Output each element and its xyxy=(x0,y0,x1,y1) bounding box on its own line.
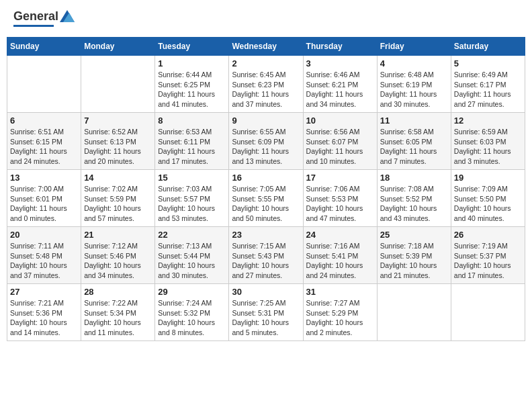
day-info: Sunrise: 6:58 AM Sunset: 6:05 PM Dayligh… xyxy=(380,127,448,167)
calendar-cell: 24Sunrise: 7:16 AM Sunset: 5:41 PM Dayli… xyxy=(303,227,377,284)
weekday-header-wednesday: Wednesday xyxy=(229,38,303,56)
day-info: Sunrise: 6:45 AM Sunset: 6:23 PM Dayligh… xyxy=(232,70,300,109)
day-info: Sunrise: 6:44 AM Sunset: 6:25 PM Dayligh… xyxy=(158,70,226,109)
calendar-cell xyxy=(7,56,81,113)
logo-text-general: General xyxy=(13,10,58,24)
day-number: 9 xyxy=(232,116,300,126)
calendar-cell: 4Sunrise: 6:48 AM Sunset: 6:19 PM Daylig… xyxy=(377,56,451,113)
day-info: Sunrise: 7:11 AM Sunset: 5:48 PM Dayligh… xyxy=(10,241,78,281)
day-info: Sunrise: 6:56 AM Sunset: 6:07 PM Dayligh… xyxy=(306,127,374,167)
weekday-header-friday: Friday xyxy=(377,38,451,56)
weekday-header-sunday: Sunday xyxy=(7,38,81,56)
calendar-cell: 6Sunrise: 6:51 AM Sunset: 6:15 PM Daylig… xyxy=(7,113,81,170)
day-info: Sunrise: 6:48 AM Sunset: 6:19 PM Dayligh… xyxy=(380,70,448,109)
calendar-cell: 25Sunrise: 7:18 AM Sunset: 5:39 PM Dayli… xyxy=(377,227,451,284)
calendar-cell: 16Sunrise: 7:05 AM Sunset: 5:55 PM Dayli… xyxy=(229,170,303,227)
day-info: Sunrise: 7:24 AM Sunset: 5:32 PM Dayligh… xyxy=(158,298,226,338)
calendar-cell: 11Sunrise: 6:58 AM Sunset: 6:05 PM Dayli… xyxy=(377,113,451,170)
calendar-week-row: 27Sunrise: 7:21 AM Sunset: 5:36 PM Dayli… xyxy=(7,284,525,341)
calendar-cell xyxy=(451,284,525,341)
day-info: Sunrise: 6:51 AM Sunset: 6:15 PM Dayligh… xyxy=(10,127,78,167)
day-number: 14 xyxy=(84,173,152,183)
calendar-cell: 18Sunrise: 7:08 AM Sunset: 5:52 PM Dayli… xyxy=(377,170,451,227)
calendar-cell: 28Sunrise: 7:22 AM Sunset: 5:34 PM Dayli… xyxy=(81,284,155,341)
day-number: 1 xyxy=(158,58,226,68)
day-number: 25 xyxy=(380,230,448,240)
calendar-cell: 26Sunrise: 7:19 AM Sunset: 5:37 PM Dayli… xyxy=(451,227,525,284)
day-number: 31 xyxy=(306,287,374,297)
day-info: Sunrise: 7:15 AM Sunset: 5:43 PM Dayligh… xyxy=(232,241,300,281)
calendar-cell: 15Sunrise: 7:03 AM Sunset: 5:57 PM Dayli… xyxy=(155,170,229,227)
day-info: Sunrise: 7:22 AM Sunset: 5:34 PM Dayligh… xyxy=(84,298,152,338)
calendar-cell: 23Sunrise: 7:15 AM Sunset: 5:43 PM Dayli… xyxy=(229,227,303,284)
day-number: 22 xyxy=(158,230,226,240)
day-number: 27 xyxy=(10,287,78,297)
day-number: 13 xyxy=(10,173,78,183)
day-number: 17 xyxy=(306,173,374,183)
calendar-cell: 13Sunrise: 7:00 AM Sunset: 6:01 PM Dayli… xyxy=(7,170,81,227)
calendar-cell: 9Sunrise: 6:55 AM Sunset: 6:09 PM Daylig… xyxy=(229,113,303,170)
calendar-cell: 8Sunrise: 6:53 AM Sunset: 6:11 PM Daylig… xyxy=(155,113,229,170)
calendar-cell: 31Sunrise: 7:27 AM Sunset: 5:29 PM Dayli… xyxy=(303,284,377,341)
calendar-cell: 5Sunrise: 6:49 AM Sunset: 6:17 PM Daylig… xyxy=(451,56,525,113)
calendar-cell xyxy=(377,284,451,341)
day-number: 30 xyxy=(232,287,300,297)
day-number: 15 xyxy=(158,173,226,183)
day-number: 7 xyxy=(84,116,152,126)
day-info: Sunrise: 7:06 AM Sunset: 5:53 PM Dayligh… xyxy=(306,184,374,224)
day-number: 5 xyxy=(454,58,522,68)
day-info: Sunrise: 7:02 AM Sunset: 5:59 PM Dayligh… xyxy=(84,184,152,224)
day-info: Sunrise: 6:52 AM Sunset: 6:13 PM Dayligh… xyxy=(84,127,152,167)
day-number: 3 xyxy=(306,58,374,68)
calendar-week-row: 20Sunrise: 7:11 AM Sunset: 5:48 PM Dayli… xyxy=(7,227,525,284)
day-info: Sunrise: 7:05 AM Sunset: 5:55 PM Dayligh… xyxy=(232,184,300,224)
day-number: 16 xyxy=(232,173,300,183)
day-number: 29 xyxy=(158,287,226,297)
calendar-week-row: 1Sunrise: 6:44 AM Sunset: 6:25 PM Daylig… xyxy=(7,56,525,113)
calendar-cell: 19Sunrise: 7:09 AM Sunset: 5:50 PM Dayli… xyxy=(451,170,525,227)
calendar-cell: 22Sunrise: 7:13 AM Sunset: 5:44 PM Dayli… xyxy=(155,227,229,284)
day-number: 26 xyxy=(454,230,522,240)
calendar-week-row: 6Sunrise: 6:51 AM Sunset: 6:15 PM Daylig… xyxy=(7,113,525,170)
weekday-header-thursday: Thursday xyxy=(303,38,377,56)
day-info: Sunrise: 7:13 AM Sunset: 5:44 PM Dayligh… xyxy=(158,241,226,281)
calendar-cell: 10Sunrise: 6:56 AM Sunset: 6:07 PM Dayli… xyxy=(303,113,377,170)
day-number: 6 xyxy=(10,116,78,126)
day-info: Sunrise: 7:16 AM Sunset: 5:41 PM Dayligh… xyxy=(306,241,374,281)
calendar-cell: 12Sunrise: 6:59 AM Sunset: 6:03 PM Dayli… xyxy=(451,113,525,170)
day-number: 8 xyxy=(158,116,226,126)
weekday-header-saturday: Saturday xyxy=(451,38,525,56)
day-info: Sunrise: 6:46 AM Sunset: 6:21 PM Dayligh… xyxy=(306,70,374,109)
calendar-cell: 21Sunrise: 7:12 AM Sunset: 5:46 PM Dayli… xyxy=(81,227,155,284)
weekday-header-monday: Monday xyxy=(81,38,155,56)
weekday-header-tuesday: Tuesday xyxy=(155,38,229,56)
calendar-cell: 1Sunrise: 6:44 AM Sunset: 6:25 PM Daylig… xyxy=(155,56,229,113)
calendar-cell: 17Sunrise: 7:06 AM Sunset: 5:53 PM Dayli… xyxy=(303,170,377,227)
day-number: 23 xyxy=(232,230,300,240)
calendar-cell: 2Sunrise: 6:45 AM Sunset: 6:23 PM Daylig… xyxy=(229,56,303,113)
logo-icon xyxy=(60,10,75,24)
day-info: Sunrise: 7:19 AM Sunset: 5:37 PM Dayligh… xyxy=(454,241,522,281)
day-info: Sunrise: 7:27 AM Sunset: 5:29 PM Dayligh… xyxy=(306,298,374,338)
day-info: Sunrise: 7:21 AM Sunset: 5:36 PM Dayligh… xyxy=(10,298,78,338)
weekday-header-row: SundayMondayTuesdayWednesdayThursdayFrid… xyxy=(7,38,525,56)
day-number: 18 xyxy=(380,173,448,183)
day-number: 28 xyxy=(84,287,152,297)
logo: General xyxy=(13,10,75,27)
day-number: 21 xyxy=(84,230,152,240)
calendar-cell: 14Sunrise: 7:02 AM Sunset: 5:59 PM Dayli… xyxy=(81,170,155,227)
logo-underline xyxy=(13,25,54,27)
calendar-week-row: 13Sunrise: 7:00 AM Sunset: 6:01 PM Dayli… xyxy=(7,170,525,227)
day-number: 10 xyxy=(306,116,374,126)
day-number: 19 xyxy=(454,173,522,183)
day-number: 4 xyxy=(380,58,448,68)
day-number: 2 xyxy=(232,58,300,68)
day-info: Sunrise: 6:53 AM Sunset: 6:11 PM Dayligh… xyxy=(158,127,226,167)
day-info: Sunrise: 7:18 AM Sunset: 5:39 PM Dayligh… xyxy=(380,241,448,281)
calendar-header: General xyxy=(7,7,525,30)
day-info: Sunrise: 6:59 AM Sunset: 6:03 PM Dayligh… xyxy=(454,127,522,167)
calendar-cell: 27Sunrise: 7:21 AM Sunset: 5:36 PM Dayli… xyxy=(7,284,81,341)
day-info: Sunrise: 7:00 AM Sunset: 6:01 PM Dayligh… xyxy=(10,184,78,224)
calendar-cell: 7Sunrise: 6:52 AM Sunset: 6:13 PM Daylig… xyxy=(81,113,155,170)
day-info: Sunrise: 6:49 AM Sunset: 6:17 PM Dayligh… xyxy=(454,70,522,109)
